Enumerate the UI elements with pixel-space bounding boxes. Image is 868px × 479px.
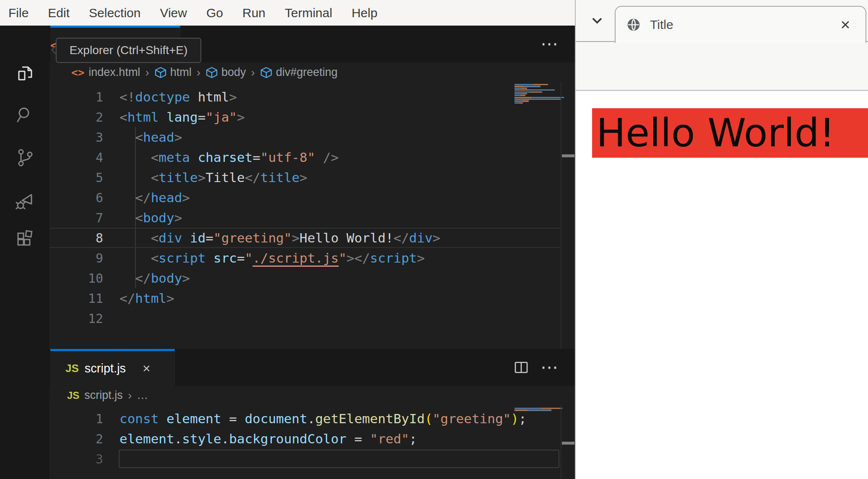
line-number: 7: [49, 211, 113, 225]
line-number: 9: [49, 251, 113, 266]
browser-toolbar: ファイル /home/u: [576, 42, 868, 91]
line-number: 3: [49, 452, 113, 466]
page-heading: Hello World!: [592, 108, 868, 158]
editor-actions: ⋯: [514, 349, 575, 386]
js-file-icon: JS: [65, 362, 79, 375]
menu-go[interactable]: Go: [197, 6, 233, 20]
breadcrumb: JS script.js › …: [49, 386, 575, 405]
tab-label: script.js: [85, 362, 126, 375]
chevron-right-icon: ›: [197, 66, 200, 79]
activity-bar: [0, 26, 50, 479]
line-number: 1: [49, 411, 113, 426]
chevron-right-icon: ›: [128, 389, 132, 402]
line-number: 8: [49, 231, 113, 245]
globe-icon: [626, 18, 641, 32]
line-number: 3: [49, 130, 113, 145]
minimap[interactable]: [515, 84, 565, 104]
line-number: 10: [49, 271, 113, 286]
line-number: 1: [49, 90, 113, 104]
line-number: 6: [49, 190, 113, 205]
code-line[interactable]: 8 <div id="greeting">Hello World!</div>: [49, 228, 561, 248]
cube-icon: [154, 66, 167, 79]
source-control-icon[interactable]: [15, 148, 35, 168]
browser-window: Title ファイル: [575, 0, 868, 479]
cube-icon: [260, 66, 273, 79]
search-icon[interactable]: [15, 105, 35, 125]
code-line[interactable]: 2<html lang="ja">: [49, 107, 561, 127]
code-line[interactable]: 1<!doctype html>: [49, 87, 561, 107]
line-number: 12: [49, 311, 113, 326]
code-line[interactable]: 10 </body>: [49, 268, 561, 288]
code-line[interactable]: 2element.style.backgroundColor = "red";: [49, 429, 561, 449]
chevron-down-icon[interactable]: [590, 14, 604, 27]
tab-script-js[interactable]: JS script.js ×: [50, 349, 175, 386]
menu-bar: File Edit Selection View Go Run Terminal…: [0, 0, 575, 26]
code-line[interactable]: 1const element = document.getElementById…: [49, 409, 561, 429]
files-icon[interactable]: [15, 63, 35, 83]
breadcrumb-file[interactable]: script.js: [84, 389, 123, 402]
code-line[interactable]: 9 <script src="./script.js"></script>: [49, 248, 561, 268]
more-actions-icon[interactable]: ⋯: [541, 26, 559, 62]
code-line[interactable]: 3 <head>: [49, 127, 561, 147]
line-number: 2: [49, 432, 113, 446]
cube-icon: [205, 66, 218, 79]
editor-actions: ⋯: [541, 26, 575, 62]
chevron-right-icon: ›: [251, 66, 255, 79]
browser-page: Hello World!: [576, 91, 868, 479]
close-icon[interactable]: ×: [143, 361, 151, 376]
close-icon[interactable]: [839, 18, 852, 31]
minimap-border: [561, 82, 561, 349]
cursor-line-box: [119, 450, 559, 468]
code-line[interactable]: 4 <meta charset="utf-8" />: [49, 147, 561, 167]
menu-terminal[interactable]: Terminal: [275, 6, 342, 20]
breadcrumb-html[interactable]: html: [170, 66, 192, 79]
chevron-right-icon: ›: [145, 66, 149, 79]
js-file-icon: JS: [67, 390, 79, 401]
line-number: 11: [49, 291, 113, 306]
menu-file[interactable]: File: [8, 6, 38, 20]
editor-index-html[interactable]: 1<!doctype html>2<html lang="ja">3 <head…: [49, 82, 561, 354]
line-number: 4: [49, 150, 113, 165]
breadcrumb-body[interactable]: body: [221, 66, 246, 79]
minimap-border: [561, 405, 561, 479]
screenshot-stage: File Edit Selection View Go Run Terminal…: [0, 0, 868, 479]
more-actions-icon[interactable]: ⋯: [541, 349, 559, 386]
breadcrumb-file[interactable]: index.html: [88, 66, 140, 79]
explorer-tooltip: Explorer (Ctrl+Shift+E): [56, 38, 201, 63]
browser-tab-title[interactable]: Title: [615, 6, 866, 43]
menu-selection[interactable]: Selection: [79, 6, 150, 20]
breadcrumb-div-greeting[interactable]: div#greeting: [276, 66, 338, 79]
breadcrumb: <> index.html › html › body › div#greeti…: [49, 62, 575, 82]
menu-view[interactable]: View: [150, 6, 196, 20]
overview-ruler-cursor: [562, 442, 574, 445]
code-line[interactable]: 5 <title>Title</title>: [49, 167, 561, 187]
line-number: 2: [49, 110, 113, 125]
minimap[interactable]: [515, 408, 565, 411]
code-line[interactable]: 6 </head>: [49, 187, 561, 208]
code-line[interactable]: 11</html>: [49, 288, 561, 308]
vscode-window: File Edit Selection View Go Run Terminal…: [0, 0, 575, 479]
menu-edit[interactable]: Edit: [38, 6, 79, 20]
editor-script-js[interactable]: 1const element = document.getElementById…: [49, 405, 561, 479]
editor-tab-bar-js: JS script.js × ⋯: [49, 349, 575, 386]
run-debug-icon[interactable]: [15, 190, 35, 211]
extensions-icon[interactable]: [15, 228, 35, 248]
tab-title: Title: [650, 18, 673, 32]
menu-help[interactable]: Help: [342, 6, 387, 20]
breadcrumb-more[interactable]: …: [137, 389, 148, 402]
code-line[interactable]: 7 <body>: [49, 208, 561, 228]
split-editor-icon[interactable]: [514, 360, 529, 375]
overview-ruler-cursor: [562, 154, 574, 157]
browser-tab-strip: Title: [576, 0, 868, 42]
code-line[interactable]: 3: [49, 449, 561, 469]
line-number: 5: [49, 170, 113, 185]
html-file-icon: <>: [71, 66, 84, 79]
menu-run[interactable]: Run: [233, 6, 275, 20]
code-line[interactable]: 12: [49, 308, 561, 328]
